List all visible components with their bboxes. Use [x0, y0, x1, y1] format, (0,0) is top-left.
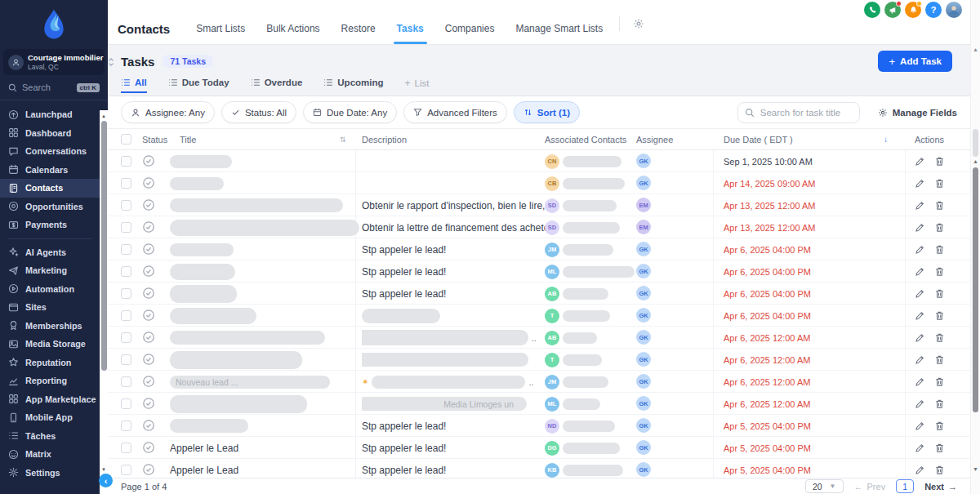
delete-task-icon[interactable]: [934, 244, 945, 255]
top-tab-tasks[interactable]: Tasks: [397, 23, 424, 36]
associated-contact[interactable]: AB: [545, 327, 597, 349]
view-tab-all[interactable]: All: [121, 78, 147, 93]
assignee-avatar[interactable]: EM: [636, 198, 651, 212]
sort-button[interactable]: Sort (1): [514, 101, 580, 123]
current-page-button[interactable]: 1: [896, 479, 914, 493]
assignee-avatar[interactable]: GK: [636, 462, 651, 477]
associated-contact[interactable]: ML: [545, 260, 635, 283]
phone-icon[interactable]: [864, 2, 880, 18]
delete-task-icon[interactable]: [934, 288, 945, 299]
top-tab-restore[interactable]: Restore: [341, 23, 376, 36]
edit-task-icon[interactable]: [915, 178, 925, 189]
row-checkbox[interactable]: [121, 200, 131, 211]
delete-task-icon[interactable]: [934, 354, 945, 365]
task-complete-icon[interactable]: [142, 397, 155, 410]
delete-task-icon[interactable]: [934, 376, 945, 387]
contact-avatar[interactable]: JM: [545, 375, 559, 389]
associated-contact[interactable]: ND: [545, 415, 615, 437]
assignee-filter[interactable]: Assignee: Any: [121, 101, 215, 123]
assignee-avatar[interactable]: GK: [636, 264, 651, 278]
assignee-avatar[interactable]: GK: [636, 242, 651, 256]
delete-task-icon[interactable]: [934, 266, 945, 277]
view-tab-due-today[interactable]: Due Today: [168, 78, 229, 91]
contact-avatar[interactable]: CB: [545, 176, 559, 191]
assignee-avatar[interactable]: GK: [636, 396, 651, 411]
sidebar-item-t-ches[interactable]: Tâches: [0, 427, 100, 446]
delete-task-icon[interactable]: [934, 310, 945, 321]
contact-avatar[interactable]: KB: [545, 463, 559, 478]
edit-task-icon[interactable]: [915, 266, 925, 277]
associated-contact[interactable]: JM: [545, 371, 608, 393]
title-sort-icon[interactable]: ⇅: [340, 129, 346, 150]
sidebar-item-marketing[interactable]: Marketing: [0, 261, 100, 280]
top-tab-smart-lists[interactable]: Smart Lists: [196, 23, 245, 36]
task-complete-icon[interactable]: [142, 419, 155, 432]
sidebar-item-contacts[interactable]: Contacts: [0, 179, 100, 198]
contact-avatar[interactable]: DG: [545, 441, 559, 456]
edit-task-icon[interactable]: [915, 465, 925, 475]
row-checkbox[interactable]: [121, 156, 131, 167]
page-scrollbar-thumb[interactable]: [973, 129, 978, 157]
view-tab-upcoming[interactable]: Upcoming: [323, 78, 383, 91]
contact-avatar[interactable]: SD: [545, 198, 559, 213]
row-checkbox[interactable]: [121, 266, 131, 277]
edit-task-icon[interactable]: [915, 200, 925, 211]
sidebar-item-media-storage[interactable]: Media Storage: [0, 335, 100, 354]
table-row[interactable]: Appeler le Lead Stp appeler le lead! KB …: [108, 459, 970, 478]
edit-task-icon[interactable]: [915, 288, 925, 299]
contact-avatar[interactable]: SD: [545, 220, 559, 235]
contact-avatar[interactable]: ML: [545, 397, 559, 412]
sidebar-item-sites[interactable]: Sites: [0, 298, 100, 317]
sidebar-item-memberships[interactable]: Memberships: [0, 317, 100, 336]
table-row[interactable]: Obtenir la lettre de financement des ach…: [108, 216, 970, 238]
assignee-avatar[interactable]: GK: [636, 286, 651, 300]
assignee-avatar[interactable]: GK: [636, 440, 651, 455]
row-checkbox[interactable]: [121, 222, 131, 233]
associated-contact[interactable]: SD: [545, 216, 620, 238]
view-tab-overdue[interactable]: Overdue: [251, 78, 303, 91]
sidebar-item-app-marketplace[interactable]: App Marketplace: [0, 390, 100, 409]
edit-task-icon[interactable]: [915, 310, 925, 321]
table-row[interactable]: T GK Apr 6, 2025 04:00 PM: [108, 305, 970, 327]
bell-icon[interactable]: [905, 2, 921, 18]
sidebar-item-payments[interactable]: Payments: [0, 216, 100, 234]
edit-task-icon[interactable]: [915, 222, 925, 233]
table-row[interactable]: T GK Apr 6, 2025 12:00 AM: [108, 349, 970, 371]
new-list-tab[interactable]: +List: [405, 78, 430, 93]
delete-task-icon[interactable]: [934, 156, 945, 167]
edit-task-icon[interactable]: [915, 244, 925, 255]
sidebar-item-ai-agents[interactable]: AI Agents: [0, 243, 100, 262]
sidebar-item-matrix[interactable]: Matrix: [0, 445, 100, 464]
table-row[interactable]: Media Limoges un ML GK Apr 6, 2025 12:00…: [108, 393, 970, 415]
due-date-sort-icon[interactable]: ↓: [884, 129, 888, 150]
delete-task-icon[interactable]: [934, 222, 945, 233]
task-complete-icon[interactable]: [142, 265, 155, 278]
delete-task-icon[interactable]: [934, 178, 945, 189]
delete-task-icon[interactable]: [934, 200, 945, 211]
assignee-avatar[interactable]: GK: [636, 176, 651, 190]
edit-task-icon[interactable]: [915, 376, 925, 387]
top-tab-bulk-actions[interactable]: Bulk Actions: [266, 23, 319, 36]
task-complete-icon[interactable]: [142, 309, 155, 322]
scroll-up-icon[interactable]: ▲: [100, 113, 108, 119]
contact-avatar[interactable]: ND: [545, 419, 559, 434]
contact-avatar[interactable]: T: [545, 309, 559, 323]
row-checkbox[interactable]: [121, 443, 131, 453]
associated-contact[interactable]: CB: [545, 172, 625, 194]
task-complete-icon[interactable]: [142, 220, 155, 234]
row-checkbox[interactable]: [121, 376, 131, 387]
assignee-avatar[interactable]: GK: [636, 154, 651, 168]
advanced-filters-button[interactable]: Advanced Filters: [403, 101, 507, 123]
task-complete-icon[interactable]: [142, 353, 155, 366]
associated-contact[interactable]: T: [545, 349, 602, 371]
assignee-avatar[interactable]: GK: [636, 352, 651, 367]
row-checkbox[interactable]: [121, 398, 131, 409]
select-all-checkbox[interactable]: [121, 134, 131, 145]
sidebar-item-dashboard[interactable]: Dashboard: [0, 124, 100, 143]
row-checkbox[interactable]: [121, 332, 131, 343]
task-complete-icon[interactable]: [142, 176, 155, 189]
task-complete-icon[interactable]: [142, 287, 155, 300]
contact-avatar[interactable]: ML: [545, 265, 559, 279]
table-scrollbar-thumb[interactable]: [973, 167, 978, 412]
contact-avatar[interactable]: T: [545, 353, 559, 367]
